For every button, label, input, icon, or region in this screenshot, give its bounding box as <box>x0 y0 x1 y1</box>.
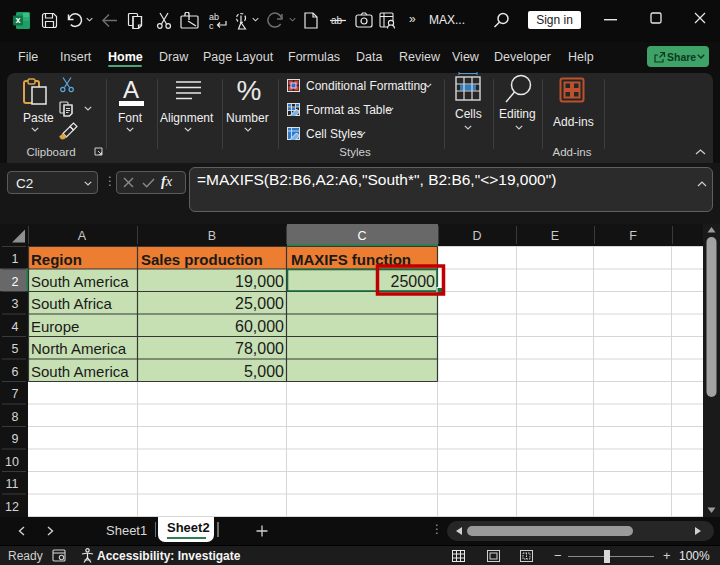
svg-text:c: c <box>209 21 214 30</box>
svg-text:11: 11 <box>6 477 19 491</box>
svg-text:78,000: 78,000 <box>235 340 284 357</box>
svg-text:E: E <box>551 229 559 243</box>
svg-text:1: 1 <box>12 252 19 266</box>
svg-text:South America: South America <box>31 363 129 380</box>
svg-text:South America: South America <box>31 273 129 290</box>
svg-text:North America: North America <box>31 340 127 357</box>
svg-text:Europe: Europe <box>31 318 79 335</box>
svg-text:12: 12 <box>5 500 19 514</box>
svg-text:F: F <box>629 229 637 243</box>
svg-text:60,000: 60,000 <box>235 318 284 335</box>
svg-text:Region: Region <box>31 251 82 268</box>
svg-text:x: x <box>15 15 20 25</box>
svg-text:9: 9 <box>12 432 19 446</box>
svg-text:South Africa: South Africa <box>31 295 113 312</box>
svg-text:6: 6 <box>12 365 19 379</box>
svg-text:C: C <box>357 229 366 243</box>
svg-text:10: 10 <box>5 455 19 469</box>
svg-text:B: B <box>208 229 216 243</box>
svg-text:4: 4 <box>12 320 19 334</box>
svg-text:2: 2 <box>12 275 19 289</box>
svg-text:19,000: 19,000 <box>235 273 284 290</box>
svg-text:3: 3 <box>12 297 19 311</box>
svg-text:5,000: 5,000 <box>244 363 284 380</box>
svg-text:5: 5 <box>12 342 19 356</box>
svg-text:D: D <box>472 229 481 243</box>
svg-text:A: A <box>78 229 87 243</box>
svg-text:25000: 25000 <box>391 273 436 290</box>
svg-text:25,000: 25,000 <box>235 295 284 312</box>
svg-text:Sales production: Sales production <box>141 251 263 268</box>
svg-text:7: 7 <box>12 387 19 401</box>
svg-text:8: 8 <box>12 410 19 424</box>
svg-text:A: A <box>123 76 139 103</box>
svg-text:%: % <box>237 75 262 106</box>
